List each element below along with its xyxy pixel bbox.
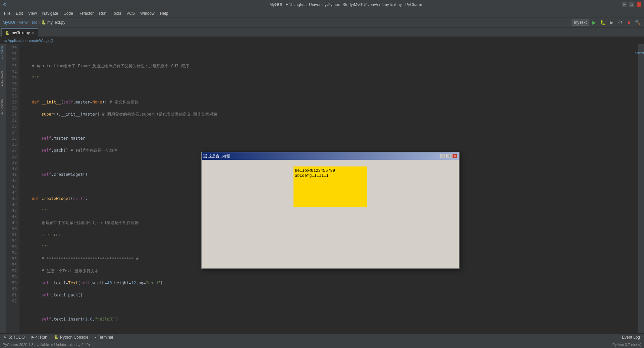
minimize-button[interactable]: ─ <box>622 2 627 7</box>
breadcrumb-mygui[interactable]: MyGUI <box>3 20 15 25</box>
tk-maximize-button[interactable]: □ <box>446 154 451 158</box>
build-button[interactable]: 🔨 <box>634 19 641 26</box>
tk-window-icon: 🖼 <box>203 154 207 158</box>
project-breadcrumb: MyGUI › venv › src › 🐍 myText.py <box>3 20 65 25</box>
text-line-1: hello宋0123456789 <box>295 168 366 173</box>
run-button[interactable]: ▶ <box>590 19 598 26</box>
bottom-tab-todo[interactable]: ☑ 5: TODO <box>3 334 26 340</box>
left-sidebar: 1: Project 2: Structure 2: Favorites <box>0 44 6 333</box>
sidebar-project-icon[interactable]: 1: Project <box>0 46 6 60</box>
menu-refactor[interactable]: Refactor <box>76 10 96 16</box>
todo-icon: ☑ <box>4 335 7 339</box>
right-sidebar: Database <box>638 44 644 333</box>
menu-vcs[interactable]: VCS <box>124 10 138 16</box>
menu-navigate[interactable]: Navigate <box>40 10 61 16</box>
sidebar-favorites-icon[interactable]: 2: Favorites <box>0 98 6 115</box>
profile-button[interactable]: ⏱ <box>616 19 624 26</box>
bc-myapplication[interactable]: myApplication <box>3 39 25 43</box>
tkinter-content: hello宋0123456789 abcdefglllllll <box>202 160 459 268</box>
breadcrumb-venv[interactable]: venv <box>19 20 28 25</box>
menu-view[interactable]: View <box>25 10 40 16</box>
todo-label: 5: TODO <box>9 335 25 340</box>
bottom-tab-run[interactable]: ▶ 4: Run <box>30 334 49 340</box>
python-version[interactable]: Python 3.7 (venv) <box>612 343 641 347</box>
tab-icon: 🐍 <box>5 31 10 35</box>
run-coverage-button[interactable]: ▶ <box>608 19 615 26</box>
status-message: PyCharm 2020.1.3 available: // Update...… <box>3 343 90 347</box>
terminal-icon: ▪ <box>95 335 97 339</box>
bottom-tab-terminal[interactable]: ▪ Terminal <box>94 334 114 340</box>
run-config-name[interactable]: myText <box>572 19 589 26</box>
maximize-button[interactable]: □ <box>629 2 634 7</box>
tkinter-text-widget[interactable]: hello宋0123456789 abcdefglllllll <box>293 166 367 207</box>
tk-minimize-button[interactable]: ─ <box>440 154 445 158</box>
python-console-label: Python Console <box>60 335 89 340</box>
python-console-icon: 🐍 <box>54 335 59 339</box>
line-numbers: 20 21 22 23 24 25 26 27 28 29 30 31 32 3… <box>6 44 19 333</box>
breadcrumb-nav: myApplication › createWidget() <box>0 37 644 44</box>
title-bar: ⚙ MyGUI - E:\Tsinghua_University\Python_… <box>0 0 644 9</box>
database-tab[interactable]: Database <box>635 52 644 55</box>
tkinter-window[interactable]: 🖼 这是窗口标题 ─ □ ✕ hello宋0123456789 abcdefgl… <box>201 152 460 269</box>
tab-label: myText.py <box>12 30 30 35</box>
tkinter-titlebar: 🖼 这是窗口标题 ─ □ ✕ <box>202 152 459 160</box>
tab-mytext[interactable]: 🐍 myText.py ✕ <box>1 28 38 37</box>
breadcrumb-file[interactable]: 🐍 myText.py <box>41 20 65 25</box>
menu-code[interactable]: Code <box>61 10 76 16</box>
window-title: MyGUI - E:\Tsinghua_University\Python_St… <box>70 2 622 7</box>
tk-window-title: 这是窗口标题 <box>208 154 230 159</box>
toolbar: MyGUI › venv › src › 🐍 myText.py myText … <box>0 17 644 27</box>
run-config-area: myText ▶ 🐛 ▶ ⏱ ■ 🔨 <box>572 19 641 26</box>
menu-window[interactable]: Window <box>138 10 157 16</box>
menu-file[interactable]: File <box>1 10 13 16</box>
debug-button[interactable]: 🐛 <box>599 19 606 26</box>
status-bar: PyCharm 2020.1.3 available: // Update...… <box>0 341 644 348</box>
run-icon: ▶ <box>32 335 34 339</box>
run-label: 4: Run <box>36 335 47 340</box>
menu-edit[interactable]: Edit <box>13 10 25 16</box>
bottom-tab-event-log[interactable]: Event Log <box>621 334 641 340</box>
bottom-panel: ☑ 5: TODO ▶ 4: Run 🐍 Python Console ▪ Te… <box>0 333 644 341</box>
app-icon: ⚙ <box>3 2 7 7</box>
stop-button[interactable]: ■ <box>625 19 633 26</box>
close-button[interactable]: ✕ <box>637 2 641 7</box>
sidebar-structure-icon[interactable]: 2: Structure <box>0 70 6 87</box>
text-line-2: abcdefglllllll <box>295 173 366 178</box>
tab-bar: 🐍 myText.py ✕ <box>0 27 644 37</box>
menu-run[interactable]: Run <box>96 10 109 16</box>
menu-bar: File Edit View Navigate Code Refactor Ru… <box>0 9 644 17</box>
event-log-label: Event Log <box>622 335 640 340</box>
bottom-tab-python-console[interactable]: 🐍 Python Console <box>53 334 90 340</box>
tab-close-button[interactable]: ✕ <box>32 31 35 35</box>
bc-createwidget[interactable]: createWidget() <box>29 39 53 43</box>
menu-tools[interactable]: Tools <box>109 10 124 16</box>
breadcrumb-src[interactable]: src <box>32 20 37 25</box>
tk-close-button[interactable]: ✕ <box>452 154 458 158</box>
menu-help[interactable]: Help <box>157 10 171 16</box>
terminal-label: Terminal <box>98 335 113 340</box>
